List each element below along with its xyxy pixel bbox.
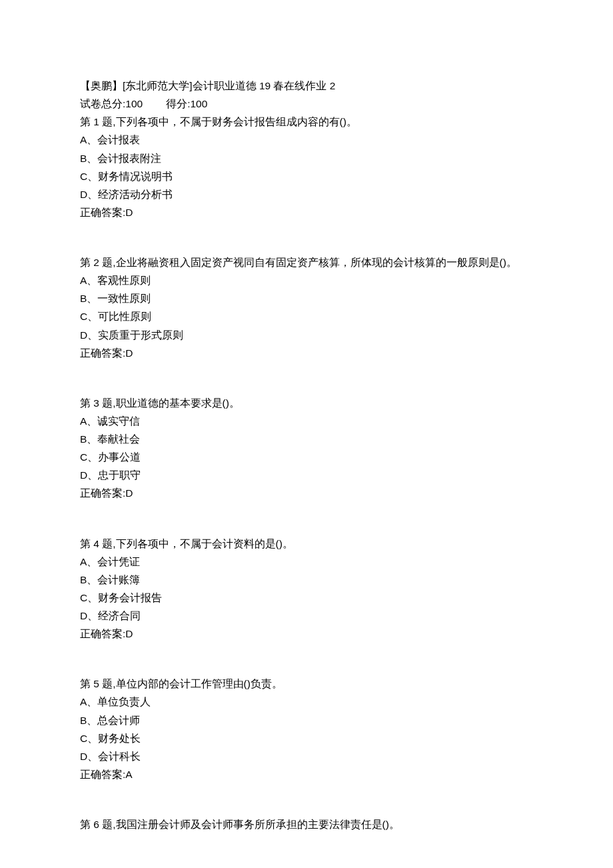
- score-label: 得分:: [166, 98, 190, 109]
- question-stem: 第 5 题,单位内部的会计工作管理由()负责。: [80, 675, 533, 693]
- option-d: D、实质重于形式原则: [80, 326, 533, 344]
- option-a: A、客观性原则: [80, 271, 533, 289]
- document-title: 【奥鹏】[东北师范大学]会计职业道德 19 春在线作业 2: [80, 77, 533, 95]
- question-block: 第 5 题,单位内部的会计工作管理由()负责。 A、单位负责人 B、总会计师 C…: [80, 675, 533, 783]
- option-b: B、一致性原则: [80, 289, 533, 307]
- question-stem: 第 4 题,下列各项中，不属于会计资料的是()。: [80, 535, 533, 553]
- total-score-label: 试卷总分:: [80, 98, 125, 109]
- option-a: A、会计凭证: [80, 553, 533, 571]
- option-a: A、诚实守信: [80, 412, 533, 430]
- option-c: C、办事公道: [80, 448, 533, 466]
- option-d: D、经济活动分析书: [80, 185, 533, 203]
- question-block: 第 1 题,下列各项中，不属于财务会计报告组成内容的有()。 A、会计报表 B、…: [80, 113, 533, 221]
- option-c: C、财务情况说明书: [80, 167, 533, 185]
- question-stem: 第 1 题,下列各项中，不属于财务会计报告组成内容的有()。: [80, 113, 533, 131]
- option-c: C、财务会计报告: [80, 589, 533, 607]
- question-stem: 第 3 题,职业道德的基本要求是()。: [80, 394, 533, 412]
- option-a: A、单位负责人: [80, 693, 533, 711]
- answer: 正确答案:D: [80, 625, 533, 643]
- option-d: D、忠于职守: [80, 466, 533, 484]
- option-c: C、财务处长: [80, 729, 533, 747]
- option-a: A、会计报表: [80, 131, 533, 149]
- answer: 正确答案:D: [80, 203, 533, 221]
- answer: 正确答案:D: [80, 344, 533, 362]
- option-b: B、会计报表附注: [80, 149, 533, 167]
- question-stem: 第 2 题,企业将融资租入固定资产视同自有固定资产核算，所体现的会计核算的一般原…: [80, 253, 533, 271]
- question-block: 第 4 题,下列各项中，不属于会计资料的是()。 A、会计凭证 B、会计账簿 C…: [80, 535, 533, 643]
- question-block: 第 3 题,职业道德的基本要求是()。 A、诚实守信 B、奉献社会 C、办事公道…: [80, 394, 533, 503]
- option-c: C、可比性原则: [80, 307, 533, 325]
- option-d: D、会计科长: [80, 747, 533, 765]
- option-d: D、经济合同: [80, 607, 533, 625]
- question-stem: 第 6 题,我国注册会计师及会计师事务所所承担的主要法律责任是()。: [80, 815, 533, 833]
- option-b: B、奉献社会: [80, 430, 533, 448]
- total-score-value: 100: [125, 98, 143, 109]
- option-b: B、总会计师: [80, 711, 533, 729]
- score-value: 100: [191, 98, 208, 109]
- answer: 正确答案:D: [80, 484, 533, 502]
- option-b: B、会计账簿: [80, 571, 533, 589]
- score-line: 试卷总分:100得分:100: [80, 95, 533, 113]
- question-block: 第 6 题,我国注册会计师及会计师事务所所承担的主要法律责任是()。: [80, 815, 533, 833]
- question-block: 第 2 题,企业将融资租入固定资产视同自有固定资产核算，所体现的会计核算的一般原…: [80, 253, 533, 362]
- answer: 正确答案:A: [80, 765, 533, 783]
